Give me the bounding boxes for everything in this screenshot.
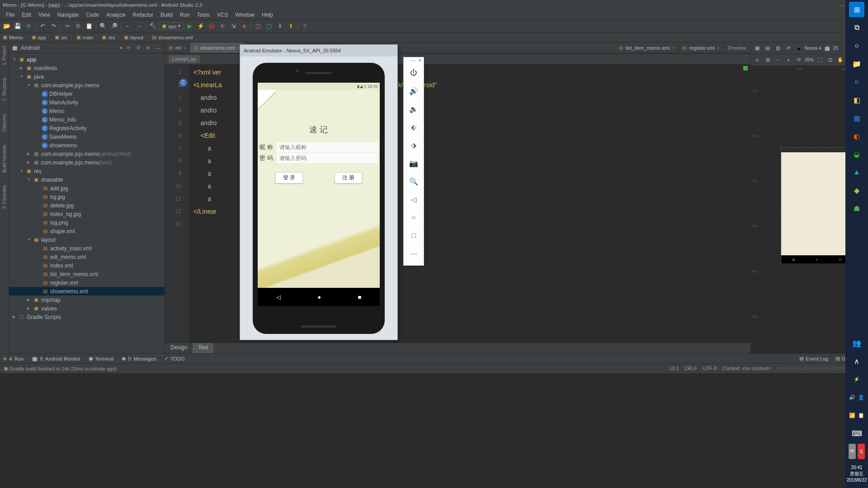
close-tab-icon[interactable]: ×: [717, 46, 720, 50]
android-icon[interactable]: 🤖: [823, 44, 832, 53]
menu-refactor[interactable]: Refactor: [130, 11, 156, 19]
fullscreen-icon[interactable]: ⛶: [815, 56, 824, 65]
blueprint-view-icon[interactable]: ▤: [763, 44, 772, 53]
tab-captures[interactable]: Captures: [2, 114, 7, 132]
tree-file[interactable]: ▤add.jpg: [9, 184, 165, 192]
emulator-screen[interactable]: ▮◢ ▯ 12:41 速 记 昵 称 密 码 登 录 注 册: [258, 83, 380, 288]
find-icon[interactable]: 🔍: [98, 21, 108, 31]
context[interactable]: Context: <no context>: [722, 366, 771, 371]
close-tab-icon[interactable]: ×: [184, 46, 186, 50]
tree-file[interactable]: ▤activity_main.xml: [9, 244, 165, 253]
app-icon[interactable]: ◧: [849, 92, 864, 108]
run-config-select[interactable]: ▣ app ▾: [159, 22, 184, 30]
viewport-icon[interactable]: ≡: [753, 56, 762, 65]
tree-class[interactable]: CSaveMemo: [9, 132, 165, 141]
menu-vcs[interactable]: VCS: [214, 11, 231, 19]
menu-build[interactable]: Build: [157, 11, 176, 19]
tree-layout[interactable]: ▼▣layout: [9, 235, 165, 244]
preview-label[interactable]: Preview: [724, 42, 750, 53]
tree-res[interactable]: ▼▣res: [9, 167, 165, 175]
tree-mipmap[interactable]: ▶▣mipmap: [9, 296, 165, 304]
tray-icon[interactable]: ⚡: [849, 371, 864, 387]
menu-view[interactable]: View: [35, 11, 53, 19]
tree-pkg-at[interactable]: ▶▦com.example.jsjx.memo (androidTest): [9, 150, 165, 158]
tab-structure[interactable]: 7: Structure: [2, 78, 7, 101]
editor-tab-active[interactable]: ▤showmemo.xml×: [190, 42, 244, 53]
tree-class[interactable]: CMemo: [9, 107, 165, 115]
tree-file[interactable]: ▤index.xml: [9, 261, 165, 270]
assistant-icon[interactable]: ⬆: [286, 21, 296, 31]
profile-icon[interactable]: ⎋: [217, 21, 227, 31]
rotate-left-icon[interactable]: ⬖: [404, 118, 424, 136]
menu-code[interactable]: Code: [83, 11, 102, 19]
collapse-icon[interactable]: ⊖: [125, 45, 132, 51]
project-scope-select[interactable]: Android: [21, 45, 39, 51]
tray-expand-icon[interactable]: ∧: [849, 353, 864, 369]
zoom-fit-icon[interactable]: ⟳: [794, 56, 803, 65]
edge-icon[interactable]: e: [849, 74, 864, 89]
line-sep[interactable]: CRLF: [684, 366, 698, 371]
device-icon[interactable]: 📱: [794, 44, 803, 53]
recents-icon[interactable]: ■: [358, 294, 361, 300]
tab-design[interactable]: Design: [165, 343, 193, 353]
editor-tab[interactable]: ▤ml×: [165, 42, 190, 53]
emulator-title-bar[interactable]: Android Emulator - Nexus_5X_API_25:5554: [240, 45, 397, 56]
tree-class[interactable]: CMainActivity: [9, 98, 165, 107]
crumb-file[interactable]: showmemo.xml: [158, 35, 193, 40]
device-select[interactable]: Nexus 4: [805, 46, 821, 51]
close-tab-icon[interactable]: ×: [672, 46, 675, 50]
tree-file[interactable]: ▤list_item_memo.xml: [9, 270, 165, 278]
cut-icon[interactable]: ✂: [62, 21, 72, 31]
rotate-right-icon[interactable]: ⬗: [404, 136, 424, 154]
volume-down-icon[interactable]: 🔉: [404, 100, 424, 118]
tab-messages[interactable]: ◉0: Messages: [122, 356, 156, 361]
home-icon[interactable]: ●: [317, 294, 321, 300]
tree-file[interactable]: ▤shape.xml: [9, 227, 165, 235]
emulator-window[interactable]: Android Emulator - Nexus_5X_API_25:5554 …: [240, 44, 398, 340]
gear-icon[interactable]: ⚙: [135, 45, 142, 51]
tree-values[interactable]: ▶▣values: [9, 304, 165, 313]
back-icon[interactable]: ←: [123, 21, 133, 31]
tree-class[interactable]: Cshowmemo: [9, 141, 165, 150]
tree-gradle[interactable]: ▶⬡Gradle Scripts: [9, 313, 165, 321]
tab-event-log[interactable]: ▤Event Log: [799, 356, 828, 361]
keyboard-icon[interactable]: ⌨: [849, 426, 864, 441]
tab-favorites[interactable]: 2: Favorites: [2, 185, 7, 209]
locate-icon[interactable]: ⊕: [145, 45, 151, 51]
copy-icon[interactable]: ⎘: [73, 21, 83, 31]
cursor-position[interactable]: 13:1: [669, 366, 679, 371]
volume-up-icon[interactable]: 🔊: [404, 82, 424, 100]
undo-icon[interactable]: ↶: [38, 21, 47, 31]
wechat-icon[interactable]: ◒: [849, 146, 864, 162]
crumb-res[interactable]: res: [108, 35, 115, 40]
ime-icon[interactable]: S: [858, 444, 865, 459]
tab-run[interactable]: ▶4: Run: [4, 356, 24, 361]
chevron-down-icon[interactable]: ▾: [120, 45, 123, 51]
editor-tab[interactable]: ▤list_item_memo.xml×: [615, 42, 679, 53]
menu-edit[interactable]: Edit: [19, 11, 34, 19]
make-icon[interactable]: 🔨: [148, 21, 158, 31]
crumb-layout[interactable]: layout: [130, 35, 143, 40]
replace-icon[interactable]: 🔎: [109, 21, 119, 31]
app-icon[interactable]: ▦: [849, 110, 864, 126]
menu-file[interactable]: File: [3, 11, 18, 19]
class-gutter-icon[interactable]: C: [179, 79, 187, 87]
crumb-memo[interactable]: Memo: [9, 35, 23, 40]
start-icon[interactable]: ⊞: [849, 2, 864, 17]
minimize-icon[interactable]: —: [840, 2, 845, 8]
tree-file[interactable]: ▤register.xml: [9, 278, 165, 287]
pan-icon[interactable]: ⊞: [763, 56, 772, 65]
power-icon[interactable]: ⏻: [404, 64, 424, 82]
explorer-icon[interactable]: 📁: [849, 56, 864, 71]
tray-icon[interactable]: 👤: [858, 389, 865, 405]
password-input[interactable]: [277, 153, 378, 163]
menu-run[interactable]: Run: [177, 11, 193, 19]
layout-preview-device[interactable]: 7:00 ◁○□: [781, 147, 852, 263]
crumb-main[interactable]: main: [83, 35, 94, 40]
zoom-icon[interactable]: 🔍: [404, 172, 424, 190]
crumb-src[interactable]: src: [61, 35, 68, 40]
menu-tools[interactable]: Tools: [194, 11, 213, 19]
menu-window[interactable]: Window: [232, 11, 258, 19]
close-icon[interactable]: ✕: [418, 58, 422, 63]
tab-text[interactable]: Text: [193, 343, 213, 353]
